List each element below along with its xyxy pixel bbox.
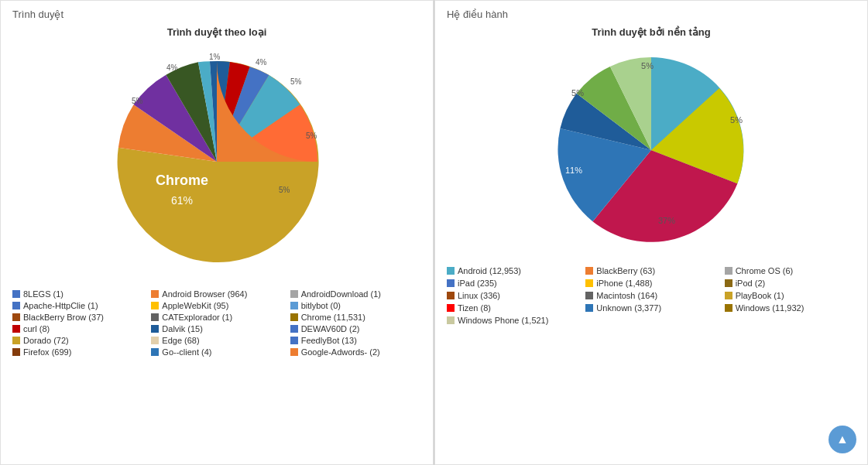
right-legend-item: BlackBerry (63) (585, 266, 716, 275)
right-legend-item: Android (12,953) (447, 266, 578, 275)
legend-color-swatch (447, 279, 455, 287)
legend-color-swatch (290, 302, 298, 309)
left-legend-item: Chrome (11,531) (290, 313, 421, 322)
left-legend-item: Dalvik (15) (151, 324, 282, 333)
legend-label: Google-Adwords- (2) (301, 347, 380, 357)
legend-color-swatch (12, 290, 20, 298)
left-legend-item: 8LEGS (1) (12, 289, 143, 299)
legend-color-swatch (447, 316, 455, 324)
left-legend-item: BlackBerry Brow (37) (12, 313, 143, 322)
legend-color-swatch (151, 313, 159, 321)
legend-label: BlackBerry Brow (37) (23, 313, 104, 322)
left-panel: Trình duyệt Trình duyệt theo loại Chrome… (0, 0, 434, 465)
legend-color-swatch (725, 304, 732, 312)
legend-color-swatch (290, 348, 298, 356)
label-5pct-3: 5% (306, 132, 317, 140)
legend-label: Unknown (3,377) (596, 303, 661, 313)
legend-label: FeedlyBot (13) (301, 336, 357, 345)
windows-pct: 37% (658, 216, 675, 225)
left-legend-item: Android Browser (964) (151, 289, 282, 299)
legend-color-swatch (12, 325, 20, 333)
right-legend-item: Tizen (8) (447, 303, 578, 313)
unknown-pct: 11% (565, 166, 582, 175)
back-to-top-button[interactable]: ▲ (829, 426, 856, 453)
legend-color-swatch (12, 302, 20, 309)
left-legend-item: bitlybot (0) (290, 301, 421, 310)
right-legend: Android (12,953)BlackBerry (63)Chrome OS… (447, 266, 856, 325)
legend-color-swatch (290, 290, 298, 298)
right-legend-item: Windows (11,932) (725, 303, 856, 313)
legend-label: Windows Phone (1,521) (458, 316, 548, 325)
label-1pct: 1% (209, 53, 221, 61)
left-legend-item: Dorado (72) (12, 336, 143, 345)
left-legend-item: CATExplorador (1) (151, 313, 282, 322)
right-chart-area: 40% 37% 11% 5% 5% 5% (447, 46, 856, 255)
legend-color-swatch (447, 304, 455, 312)
legend-color-swatch (290, 313, 298, 321)
left-chart-area: Chrome 61% 5% 4% 1% 4% (12, 46, 421, 278)
legend-label: iPad (235) (458, 279, 497, 288)
legend-label: Chrome OS (6) (736, 266, 794, 275)
legend-label: Apache-HttpClie (1) (23, 301, 98, 310)
back-to-top-icon: ▲ (836, 433, 849, 446)
right-legend-item: Linux (336) (447, 291, 578, 300)
left-legend-item: Go--client (4) (151, 347, 282, 357)
left-pie-chart: Chrome 61% 5% 4% 1% 4% (101, 46, 333, 278)
legend-color-swatch (151, 337, 159, 344)
right-legend-item: iPod (2) (725, 279, 856, 288)
left-legend-item: FeedlyBot (13) (290, 336, 421, 345)
left-legend-item: Edge (68) (151, 336, 282, 345)
left-legend-item: curl (8) (12, 324, 143, 333)
right-legend-item: Unknown (3,377) (585, 303, 716, 313)
legend-color-swatch (585, 267, 593, 275)
chrome-percent: 61% (171, 194, 193, 207)
legend-label: BlackBerry (63) (596, 266, 655, 275)
legend-label: Android (12,953) (458, 266, 521, 275)
legend-color-swatch (151, 290, 159, 298)
legend-label: Edge (68) (162, 336, 199, 345)
legend-label: curl (8) (23, 324, 50, 333)
legend-label: AppleWebKit (95) (162, 301, 228, 310)
legend-color-swatch (585, 304, 593, 312)
legend-color-swatch (151, 325, 159, 333)
label-4pct-2: 4% (256, 58, 267, 67)
legend-color-swatch (725, 279, 732, 287)
legend-label: Linux (336) (458, 291, 500, 300)
legend-label: Android Browser (964) (162, 289, 247, 299)
legend-color-swatch (585, 279, 593, 287)
label-4pct-1: 4% (166, 63, 178, 72)
legend-color-swatch (725, 267, 732, 275)
legend-color-swatch (151, 348, 159, 356)
legend-color-swatch (725, 292, 732, 299)
legend-label: DEWAV60D (2) (301, 324, 360, 333)
legend-label: Macintosh (164) (596, 291, 657, 300)
legend-label: 8LEGS (1) (23, 289, 63, 299)
linux-pct: 5% (571, 88, 584, 97)
legend-color-swatch (290, 325, 298, 333)
legend-color-swatch (151, 302, 159, 309)
legend-label: Firefox (699) (23, 347, 71, 357)
legend-label: Dorado (72) (23, 336, 69, 345)
left-legend-item: Apache-HttpClie (1) (12, 301, 143, 310)
left-legend: 8LEGS (1)Android Browser (964)AndroidDow… (12, 289, 421, 357)
iphone-pct: 5% (641, 61, 654, 70)
legend-color-swatch (585, 292, 593, 299)
legend-color-swatch (290, 337, 298, 344)
right-legend-item: PlayBook (1) (725, 291, 856, 300)
legend-color-swatch (12, 348, 20, 356)
label-5pct-4: 5% (279, 186, 290, 194)
legend-color-swatch (12, 313, 20, 321)
legend-label: CATExplorador (1) (162, 313, 232, 322)
right-legend-item: iPhone (1,488) (585, 279, 716, 288)
right-legend-item: iPad (235) (447, 279, 578, 288)
right-panel: Hệ điều hành Trình duyệt bởi nền tảng 40… (434, 0, 868, 465)
lime-pct: 5% (730, 115, 743, 125)
right-legend-item: Windows Phone (1,521) (447, 316, 578, 325)
left-panel-title: Trình duyệt (12, 9, 421, 20)
label-5pct-2: 5% (290, 77, 302, 86)
legend-color-swatch (447, 292, 455, 299)
right-legend-item: Macintosh (164) (585, 291, 716, 300)
left-legend-item: Google-Adwords- (2) (290, 347, 421, 357)
left-legend-item: AppleWebKit (95) (151, 301, 282, 310)
left-legend-item: Firefox (699) (12, 347, 143, 357)
